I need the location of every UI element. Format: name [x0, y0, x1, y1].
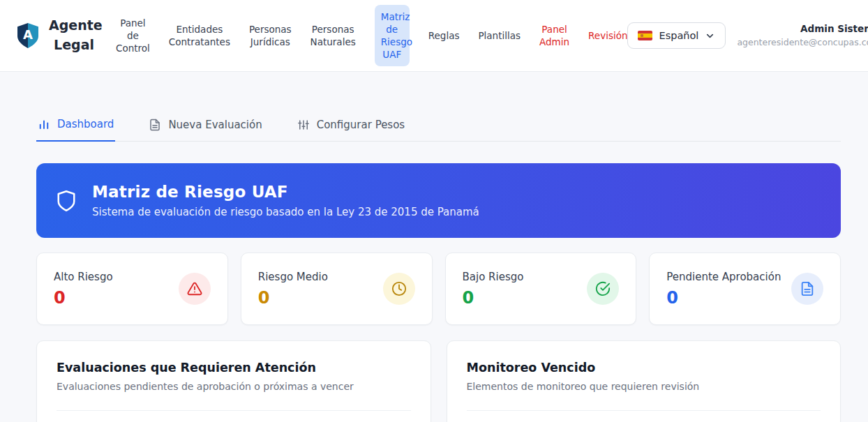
panel-title: Evaluaciones que Requieren Atención: [57, 361, 411, 375]
tab-bar: Dashboard Nueva Evaluación Configurar Pe…: [36, 111, 841, 142]
stat-value: 0: [666, 288, 781, 308]
panels-row: Evaluaciones que Requieren Atención Eval…: [36, 340, 841, 422]
panel-subtitle: Elementos de monitoreo que requieren rev…: [467, 381, 821, 392]
shield-icon: [56, 189, 77, 213]
nav-item-panel-de-control[interactable]: Panel de Control: [116, 17, 150, 55]
stat-label: Alto Riesgo: [54, 271, 113, 283]
stat-card-alto-riesgo: Alto Riesgo 0: [36, 253, 228, 325]
panel-divider: [57, 410, 411, 411]
nav-item-matriz-riesgo-uaf[interactable]: Matriz de Riesgo UAF: [375, 5, 410, 67]
stat-card-pendiente-aprobacion: Pendiente Aprobación 0: [649, 253, 841, 325]
main-content: Dashboard Nueva Evaluación Configurar Pe…: [36, 111, 841, 422]
top-header: A Agente Legal Panel de Control Entidade…: [0, 0, 868, 72]
tab-label: Nueva Evaluación: [168, 119, 262, 131]
check-circle-icon: [587, 273, 619, 305]
tab-label: Configurar Pesos: [317, 119, 405, 131]
banner-title: Matriz de Riesgo UAF: [92, 183, 479, 201]
stat-value: 0: [258, 288, 328, 308]
stat-value: 0: [463, 288, 524, 308]
app-logo[interactable]: A Agente Legal: [15, 16, 99, 54]
nav-item-plantillas[interactable]: Plantillas: [478, 29, 521, 42]
banner-subtitle: Sistema de evaluación de riesgo basado e…: [92, 206, 479, 218]
nav-item-entidades-contratantes[interactable]: Entidades Contratantes: [169, 23, 230, 48]
panel-title: Monitoreo Vencido: [467, 361, 821, 375]
clock-icon: [383, 273, 415, 305]
document-icon: [149, 119, 161, 131]
brand-name: Agente Legal: [49, 16, 99, 54]
language-label: Español: [659, 30, 698, 41]
user-info: Admin Sistema agenteresidente@concupas.c…: [737, 22, 868, 49]
nav-item-revision[interactable]: Revisión: [588, 29, 627, 42]
stats-row: Alto Riesgo 0 Riesgo Medio 0: [36, 253, 841, 325]
user-name: Admin Sistema: [737, 22, 868, 36]
bar-chart-icon: [38, 118, 50, 130]
page-banner: Matriz de Riesgo UAF Sistema de evaluaci…: [36, 163, 841, 238]
user-email: agenteresidente@concupas.com: [737, 36, 868, 49]
sliders-icon: [297, 119, 310, 131]
chevron-down-icon: [705, 31, 715, 41]
spain-flag-icon: [638, 31, 652, 40]
nav-item-panel-admin[interactable]: Panel Admin: [539, 23, 569, 48]
tab-dashboard[interactable]: Dashboard: [36, 111, 115, 142]
language-selector[interactable]: Español: [627, 22, 726, 49]
svg-text:A: A: [23, 27, 33, 42]
nav-item-personas-naturales[interactable]: Personas Naturales: [310, 23, 356, 48]
stat-label: Bajo Riesgo: [463, 271, 524, 283]
panel-monitoreo-vencido: Monitoreo Vencido Elementos de monitoreo…: [447, 340, 841, 422]
panel-evaluaciones-atencion: Evaluaciones que Requieren Atención Eval…: [36, 340, 431, 422]
nav-item-personas-juridicas[interactable]: Personas Jurídicas: [249, 23, 292, 48]
document-icon: [791, 273, 823, 305]
main-nav: Panel de Control Entidades Contratantes …: [116, 5, 627, 67]
panel-subtitle: Evaluaciones pendientes de aprobación o …: [57, 381, 411, 392]
header-right: Español Admin Sistema agenteresidente@co…: [627, 17, 868, 54]
stat-card-riesgo-medio: Riesgo Medio 0: [241, 253, 433, 325]
stat-value: 0: [54, 288, 113, 308]
stat-label: Riesgo Medio: [258, 271, 328, 283]
tab-label: Dashboard: [57, 118, 114, 130]
tab-configurar-pesos[interactable]: Configurar Pesos: [296, 111, 406, 141]
tab-nueva-evaluacion[interactable]: Nueva Evaluación: [147, 111, 263, 141]
stat-card-bajo-riesgo: Bajo Riesgo 0: [445, 253, 637, 325]
shield-logo-icon: A: [15, 22, 40, 50]
stat-label: Pendiente Aprobación: [666, 271, 781, 283]
nav-item-reglas[interactable]: Reglas: [428, 29, 460, 42]
panel-divider: [467, 410, 821, 411]
warning-triangle-icon: [179, 273, 211, 305]
